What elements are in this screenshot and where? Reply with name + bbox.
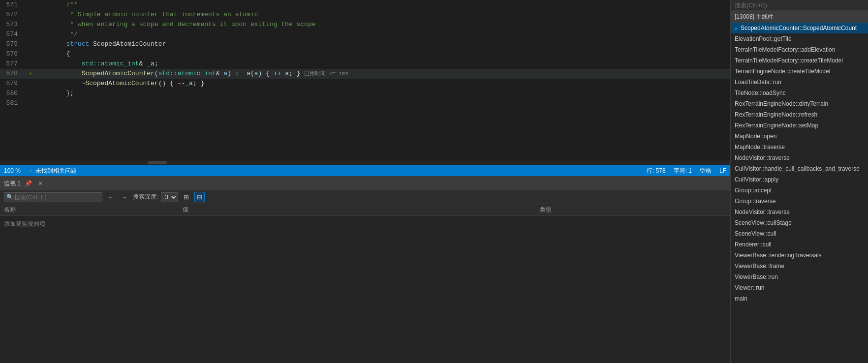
space-info: 空格 (700, 167, 712, 175)
watch-title: 监视 1 (4, 180, 21, 188)
line-number: 579 (0, 79, 26, 89)
close-icon[interactable]: ✕ (38, 180, 43, 187)
code-line: 581 (0, 98, 730, 108)
call-stack-item[interactable]: Group::accept (731, 185, 868, 196)
code-line: 574 */ (0, 30, 730, 39)
call-item-text: SceneView::cullStage (735, 219, 864, 226)
code-token: & (216, 70, 224, 77)
call-stack-item[interactable]: ▶ScopedAtomicCounter::ScopedAtomicCount (731, 23, 868, 33)
code-line: 576 { (0, 49, 730, 59)
col-info: 字符: 1 (674, 167, 692, 175)
call-stack-item[interactable]: ElevationPool::getTile (731, 33, 868, 44)
status-bar: 100 % ✓ 未找到相关问题 行: 578 字符: 1 空格 LF (0, 165, 730, 176)
call-stack-item[interactable]: SceneView::cull (731, 228, 868, 239)
watch-panel: 监视 1 📌 ✕ 🔍 ← → 搜索深度: 3 1 2 4 5 ⊞ ⊟ 名称 值 (0, 176, 730, 363)
code-content[interactable]: std::atomic_int& _a; (33, 59, 730, 69)
line-number: 575 (0, 39, 26, 49)
status-message: ✓ 未找到相关问题 (29, 167, 77, 175)
call-stack-item[interactable]: Viewer::run (731, 282, 868, 293)
horizontal-scrollbar[interactable] (0, 160, 730, 165)
line-number: 581 (0, 98, 26, 108)
status-text: 未找到相关问题 (35, 167, 77, 175)
call-stack-item[interactable]: ViewerBase::run (731, 272, 868, 282)
check-icon: ✓ (29, 167, 33, 174)
call-stack-item[interactable]: NodeVisitor::traverse (731, 152, 868, 163)
call-item-text: RexTerrainEngineNode::dirtyTerrain (735, 100, 864, 107)
code-token: ScopedAtomicCounter (82, 70, 155, 77)
code-editor: 571 /**572 * Simple atomic counter that … (0, 0, 730, 160)
depth-select[interactable]: 3 1 2 4 5 (161, 192, 178, 202)
watch-search-box[interactable]: 🔍 (4, 192, 102, 202)
call-item-text: Renderer::cull (735, 241, 864, 248)
call-stack-list[interactable]: ▶ScopedAtomicCounter::ScopedAtomicCountE… (731, 23, 868, 363)
code-content[interactable]: * Simple atomic counter that increments … (33, 10, 730, 20)
call-stack-item[interactable]: TerrainTileModelFactory::addElevation (731, 44, 868, 55)
call-stack-item[interactable]: CullVisitor::handle_cull_callbacks_and_t… (731, 163, 868, 174)
code-line: 572 * Simple atomic counter that increme… (0, 10, 730, 20)
call-stack-item[interactable]: CullVisitor::apply (731, 174, 868, 185)
call-stack-item[interactable]: MapNode::traverse (731, 142, 868, 152)
expand-button[interactable]: ⊟ (194, 192, 205, 202)
watch-columns-header: 名称 值 类型 (0, 204, 730, 216)
row-info: 行: 578 (647, 167, 666, 175)
code-line: 571 /** (0, 0, 730, 10)
right-search-input[interactable] (735, 2, 864, 9)
code-token: /** (66, 1, 77, 8)
call-item-text: SceneView::cull (735, 230, 864, 237)
call-stack-item[interactable]: main (731, 293, 868, 304)
code-content[interactable]: }; (33, 89, 730, 98)
watch-empty-hint: 添加要监视的项 (0, 216, 730, 232)
call-item-text: NodeVisitor::traverse (735, 209, 864, 215)
code-content[interactable]: ~ScopedAtomicCounter() { --_a; } (33, 79, 730, 89)
watch-search-input[interactable] (14, 194, 100, 201)
nav-right-button[interactable]: → (119, 193, 130, 202)
nav-left-button[interactable]: ← (105, 193, 116, 202)
code-token: & (139, 60, 147, 67)
watch-header: 监视 1 📌 ✕ (0, 177, 730, 190)
call-stack-item[interactable]: Group::traverse (731, 196, 868, 207)
call-stack-item[interactable]: RexTerrainEngineNode::dirtyTerrain (731, 98, 868, 109)
scroll-thumb-h[interactable] (148, 161, 167, 164)
code-content[interactable]: ScopedAtomicCounter(std::atomic_int& a) … (33, 69, 730, 79)
code-token: ; } (289, 70, 300, 77)
code-line: 575 struct ScopedAtomicCounter (0, 39, 730, 49)
call-stack-item[interactable]: LoadTileData::run (731, 77, 868, 88)
code-content[interactable]: /** (33, 0, 730, 10)
code-content[interactable]: struct ScopedAtomicCounter (33, 39, 730, 49)
call-stack-item[interactable]: RexTerrainEngineNode::setMap (731, 120, 868, 131)
call-stack-item[interactable]: NodeVisitor::traverse (731, 207, 868, 217)
col-name-header: 名称 (4, 206, 183, 214)
call-stack-item[interactable]: TerrainEngineNode::createTileModel (731, 66, 868, 77)
code-token: std::atomic_int (82, 60, 139, 67)
depth-label: 搜索深度: (133, 193, 158, 201)
code-line: 580 }; (0, 89, 730, 98)
call-item-text: ViewerBase::run (735, 273, 864, 280)
call-stack-item[interactable]: MapNode::open (731, 131, 868, 142)
call-stack-item[interactable]: ViewerBase::frame (731, 261, 868, 272)
code-content[interactable]: * when entering a scope and decrements i… (33, 20, 730, 30)
code-content[interactable]: { (33, 49, 730, 59)
call-stack-item[interactable]: ViewerBase::renderingTraversals (731, 250, 868, 261)
call-item-text: CullVisitor::apply (735, 176, 864, 183)
call-stack-item[interactable]: TileNode::loadSync (731, 88, 868, 98)
call-stack-item[interactable]: TerrainTileModelFactory::createTileModel (731, 55, 868, 66)
pin-icon[interactable]: 📌 (25, 180, 32, 187)
code-token: ; } (193, 80, 204, 87)
line-number: 571 (0, 0, 26, 10)
code-token: _a (243, 70, 250, 77)
code-token: _a (185, 80, 193, 87)
right-search-bar[interactable] (731, 0, 868, 11)
code-token: _a (281, 70, 289, 77)
code-content[interactable]: */ (33, 30, 730, 39)
code-token: () { -- (158, 80, 186, 87)
call-item-text: ViewerBase::frame (735, 263, 864, 270)
call-stack-header: [13008] 主线柱 (731, 11, 868, 23)
zoom-level: 100 % (4, 167, 21, 174)
call-stack-item[interactable]: RexTerrainEngineNode::refresh (731, 109, 868, 120)
filter-button[interactable]: ⊞ (181, 192, 191, 202)
zoom-value: 100 % (4, 167, 21, 174)
call-stack-item[interactable]: SceneView::cullStage (731, 217, 868, 228)
call-item-text: TerrainEngineNode::createTileModel (735, 68, 864, 75)
code-token: std::atomic_int (158, 70, 216, 77)
call-stack-item[interactable]: Renderer::cull (731, 239, 868, 250)
